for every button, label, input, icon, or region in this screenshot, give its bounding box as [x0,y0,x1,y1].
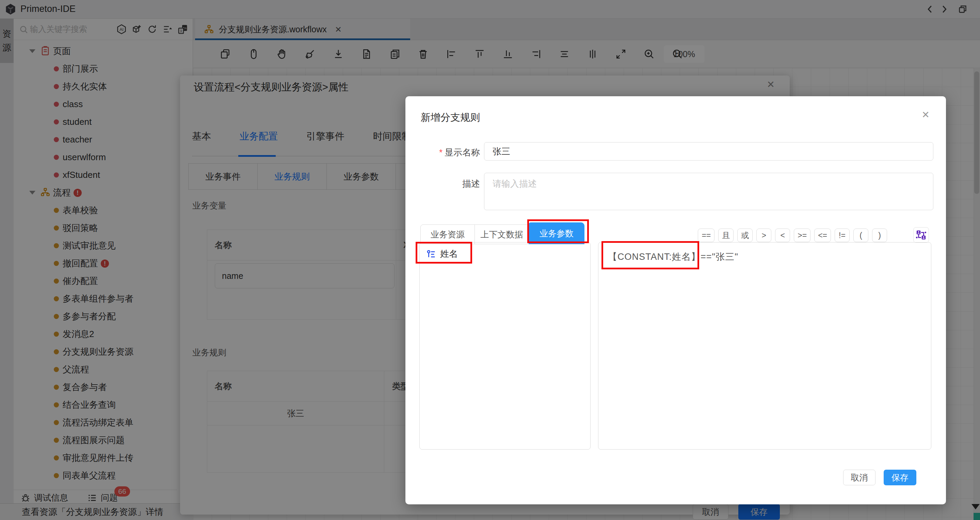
annotation-box-business-params-tab [527,219,589,243]
display-name-label: *显示名称 [406,147,480,159]
relation-picker-button[interactable] [913,227,929,243]
relation-picker-icon [915,229,927,241]
operator-button-([interactable]: ( [853,228,869,242]
operator-button-且[interactable]: 且 [718,228,733,242]
operator-button-<=[interactable]: <= [814,228,831,242]
expression-panel[interactable]: 【CONSTANT:姓名】=="张三" [598,242,931,450]
operator-button-或[interactable]: 或 [737,228,752,242]
operator-button->=[interactable]: >= [794,228,810,242]
description-input[interactable] [484,173,933,210]
operator-button->[interactable]: > [756,228,772,242]
annotation-box-name-item [415,242,472,263]
modal-cancel-button[interactable]: 取消 [843,470,875,485]
modal-title: 新增分支规则 [421,111,480,124]
operator-button-)[interactable]: ) [872,228,887,242]
modal-save-button[interactable]: 保存 [884,470,916,485]
operator-button-==[interactable]: == [698,228,714,242]
display-name-input[interactable] [484,142,933,160]
expression-rest: =="张三" [700,252,738,262]
operator-button-!=[interactable]: != [835,228,850,242]
annotation-box-constant-token [601,241,699,270]
modal-close-icon[interactable]: ✕ [922,109,930,120]
parameter-list-panel: 姓名 [419,242,590,450]
operator-button-<[interactable]: < [775,228,790,242]
operator-buttons: ==且或><>=<=!=() [698,228,887,242]
description-label: 描述 [406,178,480,190]
required-star: * [439,147,442,157]
application-window: Primeton-IDE 资 源 AIEn文 页面部门展示持久化实体classs… [0,0,980,520]
tab-context-data[interactable]: 上下文数据 [474,225,529,244]
add-branch-rule-modal: 新增分支规则 ✕ *显示名称 描述 业务资源 上下文数据 业务参数 ==且或><… [406,96,946,504]
tab-business-resource[interactable]: 业务资源 [420,225,475,244]
